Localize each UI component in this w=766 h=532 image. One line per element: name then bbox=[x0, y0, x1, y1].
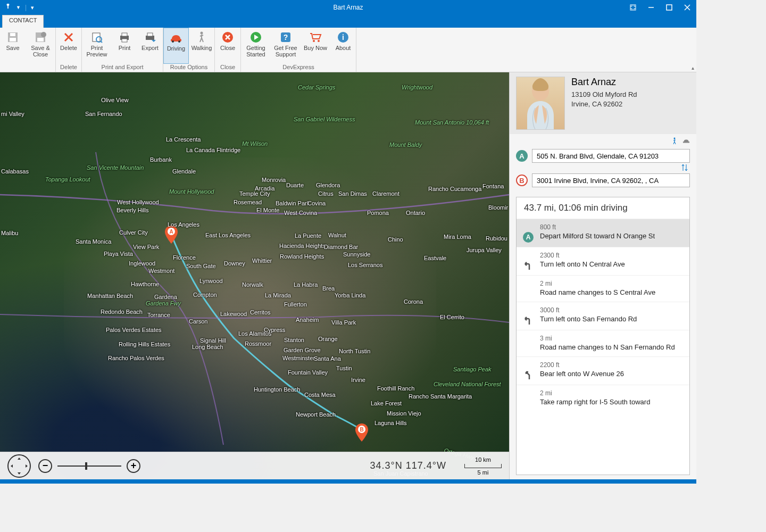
ribbon-tabs: CONTACT bbox=[0, 15, 696, 28]
directions-list[interactable]: A800 ftDepart Milford St toward N Orange… bbox=[517, 219, 689, 475]
driving-mode-icon[interactable] bbox=[682, 137, 690, 147]
map-label: Jurupa Valley bbox=[467, 247, 502, 253]
step-distance: 2300 ft bbox=[540, 252, 684, 259]
route-from-row: A bbox=[516, 149, 690, 163]
buy-now-button[interactable]: Buy Now bbox=[301, 28, 330, 64]
map-label: Monrovia bbox=[262, 177, 286, 183]
direction-step[interactable]: 3 miRoad name changes to N San Fernando … bbox=[517, 330, 689, 356]
bear-left-icon bbox=[522, 370, 535, 380]
about-button[interactable]: iAbout bbox=[330, 28, 356, 64]
ribbon: Save Save & Close Delete Delete Print Pr… bbox=[0, 28, 696, 72]
map-label: Costa Mesa bbox=[304, 392, 336, 398]
map-label: Inglewood bbox=[129, 260, 155, 267]
svg-rect-7 bbox=[37, 38, 44, 41]
map-label: Lake Forest bbox=[371, 400, 402, 406]
map-label: Playa Vista bbox=[104, 251, 133, 257]
delete-button[interactable]: Delete bbox=[56, 28, 81, 64]
map-label: Stanton bbox=[284, 337, 304, 343]
map-label: Whittier bbox=[252, 257, 272, 264]
marker-a-badge: A bbox=[516, 150, 528, 162]
zoom-controls: − + bbox=[38, 459, 140, 473]
direction-step[interactable]: 2 miTake ramp right for I-5 South toward bbox=[517, 385, 689, 411]
map-pin-b[interactable]: B bbox=[355, 423, 368, 444]
print-preview-button[interactable]: Print Preview bbox=[82, 28, 112, 64]
from-input[interactable] bbox=[532, 149, 690, 163]
minimize-button[interactable] bbox=[642, 0, 660, 15]
direction-step[interactable]: 2 miRoad name changes to S Central Ave bbox=[517, 275, 689, 302]
buy-now-label: Buy Now bbox=[304, 45, 327, 51]
touch-icon[interactable] bbox=[4, 3, 12, 12]
direction-step[interactable]: 2300 ftTurn left onto N Central Ave bbox=[517, 247, 689, 275]
map-label: Pomona bbox=[367, 210, 389, 216]
zoom-out-button[interactable]: − bbox=[38, 459, 52, 473]
map-label: Glendora bbox=[316, 182, 340, 188]
map-label: Mission Viejo bbox=[387, 410, 421, 417]
walking-mode-icon[interactable] bbox=[671, 137, 678, 147]
fullscreen-button[interactable] bbox=[624, 0, 642, 15]
direction-step[interactable]: 2200 ftBear left onto W Avenue 26 bbox=[517, 356, 689, 385]
group-label-route: Route Options bbox=[163, 64, 214, 72]
about-label: About bbox=[336, 45, 351, 51]
save-label: Save bbox=[6, 45, 19, 51]
close-button[interactable] bbox=[678, 0, 696, 15]
map-label: Temple City bbox=[239, 190, 270, 197]
svg-point-20 bbox=[201, 32, 203, 35]
map-label: Florence bbox=[173, 254, 196, 261]
map-pin-a[interactable]: A bbox=[165, 226, 178, 246]
dropdown-icon[interactable]: ▼ bbox=[16, 5, 21, 10]
step-distance: 3000 ft bbox=[540, 306, 684, 314]
svg-text:i: i bbox=[342, 33, 344, 41]
ribbon-group-devexpress: Getting Started ?Get Free Support Buy No… bbox=[241, 28, 356, 72]
ribbon-collapse-icon[interactable]: ▴ bbox=[692, 65, 694, 71]
map-label: La Canada Flintridge bbox=[186, 147, 240, 153]
map-label: Brea bbox=[322, 285, 335, 292]
save-button[interactable]: Save bbox=[0, 28, 26, 64]
map-label: Lakewood bbox=[220, 311, 247, 317]
tab-contact[interactable]: CONTACT bbox=[2, 15, 44, 28]
map-label: Fontana bbox=[482, 183, 504, 189]
ribbon-group-delete: Delete Delete bbox=[56, 28, 82, 72]
map-label: Westmont bbox=[148, 268, 174, 274]
map-label: Compton bbox=[193, 292, 217, 298]
map-label: San Fernando bbox=[85, 111, 122, 117]
walking-button[interactable]: Walking bbox=[189, 28, 214, 64]
step-text: Turn left onto N Central Ave bbox=[540, 260, 684, 269]
ribbon-group-save: Save Save & Close bbox=[0, 28, 56, 72]
map-label: Bloomir bbox=[488, 204, 508, 211]
map-pan-pad[interactable] bbox=[7, 454, 31, 478]
swap-button[interactable] bbox=[516, 164, 690, 171]
quick-access: ▼ | ▾ bbox=[0, 3, 34, 12]
svg-point-8 bbox=[41, 32, 46, 37]
svg-text:A: A bbox=[169, 229, 173, 235]
save-close-button[interactable]: Save & Close bbox=[26, 28, 55, 64]
maximize-button[interactable] bbox=[660, 0, 678, 15]
qa-overflow-icon[interactable]: ▾ bbox=[31, 4, 34, 11]
map-label: Torrance bbox=[147, 312, 170, 318]
export-button[interactable]: Export bbox=[137, 28, 163, 64]
window-controls bbox=[624, 0, 696, 15]
support-button[interactable]: ?Get Free Support bbox=[271, 28, 301, 64]
map-label: Rossmoor bbox=[245, 340, 271, 347]
map-label: Westminster bbox=[282, 355, 315, 361]
direction-step[interactable]: 3000 ftTurn left onto San Fernando Rd bbox=[517, 302, 689, 330]
print-button[interactable]: Print bbox=[112, 28, 137, 64]
map-label: Huntington Beach bbox=[254, 386, 300, 393]
map-viewport[interactable]: A B Olive View mi Valley San Fernando Ce… bbox=[0, 72, 509, 479]
step-text: Road name changes to N San Fernando Rd bbox=[540, 343, 684, 352]
zoom-in-button[interactable]: + bbox=[127, 459, 140, 473]
direction-step[interactable]: A800 ftDepart Milford St toward N Orange… bbox=[517, 219, 689, 247]
ribbon-group-route: Driving Walking Route Options bbox=[163, 28, 215, 72]
to-input[interactable] bbox=[532, 173, 690, 187]
svg-point-19 bbox=[178, 40, 180, 43]
map-label: Malibu bbox=[1, 230, 18, 236]
close-ribbon-button[interactable]: Close bbox=[215, 28, 240, 64]
map-label: Ontario bbox=[406, 210, 425, 216]
map-label: El Cerrito bbox=[440, 314, 464, 320]
step-text: Take ramp right for I-5 South toward bbox=[540, 398, 684, 407]
getting-started-button[interactable]: Getting Started bbox=[241, 28, 271, 64]
driving-button[interactable]: Driving bbox=[163, 28, 189, 64]
step-distance: 3 mi bbox=[540, 335, 684, 342]
map-label: Culver City bbox=[119, 229, 148, 236]
export-label: Export bbox=[141, 45, 159, 51]
zoom-slider[interactable] bbox=[57, 466, 121, 467]
